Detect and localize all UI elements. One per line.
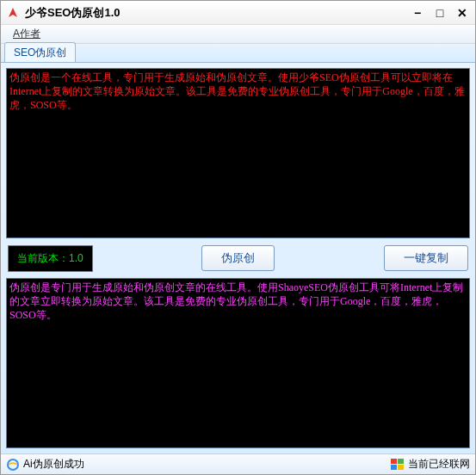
close-button[interactable]: ✕ (454, 6, 470, 20)
status-message: Ai伪原创成功 (23, 457, 84, 472)
action-row: 当前版本：1.0 伪原创 一键复制 (6, 244, 470, 273)
version-label: 当前版本：1.0 (8, 245, 93, 272)
svg-rect-4 (398, 465, 404, 470)
status-right: 当前已经联网 (391, 457, 470, 472)
network-status: 当前已经联网 (408, 457, 470, 472)
content-area: 伪原创是一个在线工具，专门用于生成原始和伪原创文章。使用少爷SEO伪原创工具可以… (1, 63, 475, 453)
output-textarea[interactable]: 伪原创是专门用于生成原始和伪原创文章的在线工具。使用ShaoyeSEO伪原创工具… (6, 278, 470, 448)
tab-strip: SEO伪原创 (1, 44, 475, 63)
maximize-button[interactable]: □ (432, 6, 448, 20)
windows-flag-icon (391, 459, 405, 471)
svg-rect-2 (398, 459, 404, 464)
svg-rect-3 (391, 465, 397, 470)
app-window: 少爷SEO伪原创1.0 − □ ✕ A作者 SEO伪原创 伪原创是一个在线工具，… (0, 0, 476, 475)
window-controls: − □ ✕ (410, 6, 470, 20)
window-title: 少爷SEO伪原创1.0 (25, 5, 410, 21)
titlebar: 少爷SEO伪原创1.0 − □ ✕ (1, 1, 475, 25)
ie-icon (6, 458, 20, 472)
status-left: Ai伪原创成功 (6, 457, 387, 472)
rewrite-button[interactable]: 伪原创 (201, 245, 275, 271)
statusbar: Ai伪原创成功 当前已经联网 (1, 453, 475, 474)
menu-author[interactable]: A作者 (8, 25, 46, 43)
svg-rect-1 (391, 459, 397, 464)
input-textarea[interactable]: 伪原创是一个在线工具，专门用于生成原始和伪原创文章。使用少爷SEO伪原创工具可以… (6, 68, 470, 238)
menubar: A作者 (1, 25, 475, 44)
app-logo-icon (6, 6, 20, 20)
copy-button[interactable]: 一键复制 (384, 245, 468, 271)
minimize-button[interactable]: − (410, 6, 425, 20)
tab-seo-rewrite[interactable]: SEO伪原创 (4, 42, 76, 62)
